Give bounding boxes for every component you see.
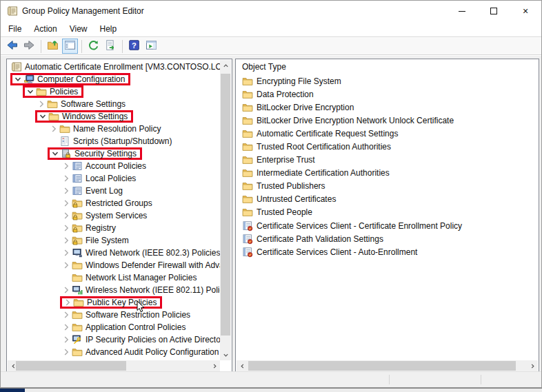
menu-file[interactable]: File [2, 22, 28, 36]
chevron-collapsed-icon[interactable] [37, 99, 46, 109]
list-item[interactable]: Untrusted Certificates [237, 193, 538, 206]
tree-item-inner: Automatic Certificate Enrollment [VM3.CO… [10, 61, 220, 73]
chevron-collapsed-icon[interactable] [61, 186, 71, 196]
folder-lock-icon [72, 235, 83, 246]
list-item[interactable]: Automatic Certificate Request Settings [237, 127, 538, 140]
chevron-expanded-icon[interactable] [13, 74, 23, 84]
chevron-collapsed-icon[interactable] [61, 248, 71, 258]
scroll-right-icon[interactable] [209, 360, 220, 371]
forward-button[interactable] [21, 39, 37, 54]
chevron-spacer [61, 273, 71, 282]
menu-action[interactable]: Action [28, 22, 63, 36]
tree-item[interactable]: Network List Manager Policies [8, 271, 220, 284]
tree-item[interactable]: Local Policies [8, 172, 220, 185]
menu-view[interactable]: View [63, 22, 94, 36]
tree-item[interactable]: System Services [8, 209, 220, 222]
chevron-collapsed-icon[interactable] [61, 347, 71, 357]
tree-item[interactable]: Advanced Audit Policy Configuration [8, 346, 220, 358]
scroll-left-icon[interactable] [237, 360, 248, 371]
tree-item[interactable]: Public Key Policies [8, 296, 220, 309]
help-button[interactable]: ? [126, 39, 142, 54]
tree-item[interactable]: Windows Defender Firewall with Adva [8, 259, 220, 271]
object-list: Encrypting File SystemData ProtectionBit… [237, 74, 538, 360]
tree-item[interactable]: IP Security Policies on Active Directory [8, 333, 220, 346]
tree-item-label: Windows Settings [62, 112, 128, 121]
show-console-tree-button[interactable] [62, 39, 78, 54]
taskbar-sliver [0, 388, 542, 392]
list-item[interactable]: Encrypting File System [237, 74, 538, 87]
list-item[interactable]: Trusted People [237, 206, 538, 219]
chevron-collapsed-icon[interactable] [61, 161, 71, 171]
close-button[interactable]: × [510, 1, 541, 21]
tree-item[interactable]: Wired Network (IEEE 802.3) Policies [8, 247, 220, 259]
up-one-level-button[interactable] [45, 39, 61, 54]
tree-item[interactable]: Security Settings [8, 147, 220, 160]
menu-help[interactable]: Help [94, 22, 123, 36]
chevron-collapsed-icon[interactable] [61, 236, 71, 245]
chevron-collapsed-icon[interactable] [61, 285, 71, 295]
annotation-box: Computer Configuration [10, 73, 130, 85]
list-item[interactable]: Intermediate Certification Authorities [237, 167, 538, 180]
tree-item-label: IP Security Policies on Active Directory [86, 335, 220, 344]
tree-item-label: Policies [50, 87, 78, 96]
list-item-label: BitLocker Drive Encryption Network Unloc… [257, 116, 454, 125]
chevron-collapsed-icon[interactable] [61, 310, 71, 320]
list-item[interactable]: Data Protection [237, 87, 538, 101]
chevron-expanded-icon[interactable] [26, 87, 35, 96]
tree-item[interactable]: Automatic Certificate Enrollment [VM3.CO… [8, 61, 220, 73]
tree-item[interactable]: File System [8, 234, 220, 247]
show-action-pane-button[interactable] [143, 39, 159, 54]
export-list-button[interactable] [103, 39, 119, 54]
list-item[interactable]: Certificate Path Validation Settings [237, 232, 538, 245]
chevron-collapsed-icon[interactable] [61, 335, 71, 344]
chevron-expanded-icon[interactable] [50, 149, 60, 158]
tree-item[interactable]: Name Resolution Policy [8, 123, 220, 135]
tree-item-label: Application Control Policies [86, 322, 185, 332]
chevron-collapsed-icon[interactable] [49, 124, 59, 134]
tree-item[interactable]: Wireless Network (IEEE 802.11) Policie [8, 284, 220, 296]
tree-item[interactable]: Policies [8, 85, 220, 98]
tree-horizontal-scrollbar[interactable] [8, 360, 220, 371]
list-item[interactable]: Certificate Services Client - Certificat… [237, 219, 538, 232]
chevron-collapsed-icon[interactable] [61, 322, 71, 332]
list-item[interactable]: BitLocker Drive Encryption [237, 101, 538, 114]
tree-item[interactable]: Software Restriction Policies [8, 309, 220, 321]
tree-item[interactable]: Registry [8, 222, 220, 234]
tree-hscroll-thumb[interactable] [16, 361, 126, 371]
minimize-button[interactable] [446, 1, 478, 21]
tree-item[interactable]: Scripts (Startup/Shutdown) [8, 135, 220, 147]
chevron-collapsed-icon[interactable] [61, 223, 71, 233]
tree-item[interactable]: Event Log [8, 185, 220, 197]
chevron-collapsed-icon[interactable] [63, 298, 72, 307]
list-item[interactable]: Trusted Root Certification Authorities [237, 140, 538, 153]
back-button[interactable] [4, 39, 20, 54]
toolbar-separator [41, 40, 41, 53]
list-item[interactable]: BitLocker Drive Encryption Network Unloc… [237, 114, 538, 127]
list-item[interactable]: Trusted Publishers [237, 180, 538, 193]
chevron-collapsed-icon[interactable] [61, 211, 71, 220]
scroll-down-icon[interactable] [220, 349, 231, 360]
list-item[interactable]: Enterprise Trust [237, 154, 538, 167]
column-header-object-type[interactable]: Object Type [242, 62, 286, 72]
list-hscroll-thumb[interactable] [248, 361, 516, 371]
scroll-up-icon[interactable] [220, 60, 231, 71]
scroll-right-icon[interactable] [527, 360, 538, 371]
list-item[interactable]: Certificate Services Client - Auto-Enrol… [237, 245, 538, 258]
folder-icon [242, 102, 253, 113]
tree-item[interactable]: Software Settings [8, 98, 220, 110]
maximize-button[interactable] [478, 1, 510, 21]
chevron-expanded-icon[interactable] [38, 112, 48, 121]
tree-item[interactable]: Restricted Groups [8, 197, 220, 209]
tree-item[interactable]: Account Policies [8, 160, 220, 172]
tree-item[interactable]: Computer Configuration [8, 73, 220, 85]
tree-vscroll-thumb[interactable] [221, 74, 230, 336]
chevron-collapsed-icon[interactable] [61, 174, 71, 183]
refresh-button[interactable] [86, 39, 101, 54]
chevron-collapsed-icon[interactable] [61, 260, 71, 270]
list-horizontal-scrollbar[interactable] [237, 360, 538, 371]
tree-item[interactable]: Application Control Policies [8, 321, 220, 333]
tree-vertical-scrollbar[interactable] [220, 60, 231, 360]
ipsec-icon [72, 334, 83, 345]
tree-item[interactable]: Windows Settings [8, 110, 220, 123]
chevron-collapsed-icon[interactable] [61, 198, 71, 208]
